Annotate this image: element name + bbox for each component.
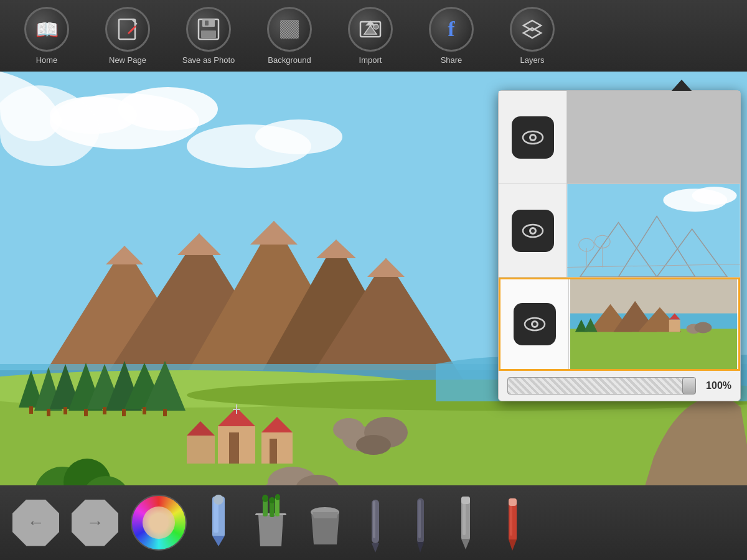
share-label: Share bbox=[441, 55, 463, 65]
svg-marker-123 bbox=[372, 543, 379, 553]
layer-thumb-1 bbox=[567, 91, 740, 184]
toolbar-import[interactable]: Import bbox=[330, 2, 411, 70]
svg-point-67 bbox=[333, 418, 364, 441]
svg-rect-53 bbox=[143, 407, 146, 414]
layers-icon bbox=[510, 7, 555, 52]
new-page-label: New Page bbox=[109, 55, 146, 65]
svg-point-114 bbox=[214, 495, 223, 505]
gray-cup-tool[interactable] bbox=[305, 493, 345, 553]
quill-pen-tool-2[interactable] bbox=[405, 493, 436, 553]
svg-rect-48 bbox=[47, 409, 50, 416]
svg-point-119 bbox=[269, 497, 275, 503]
layer-thumb-3 bbox=[569, 279, 738, 369]
import-label: Import bbox=[359, 55, 382, 65]
svg-rect-50 bbox=[84, 409, 88, 416]
svg-rect-131 bbox=[461, 497, 470, 504]
save-photo-label: Save as Photo bbox=[182, 55, 235, 65]
home-label: Home bbox=[36, 55, 58, 65]
svg-point-110 bbox=[695, 322, 712, 334]
svg-point-80 bbox=[531, 136, 535, 139]
toolbar-save-photo[interactable]: Save as Photo bbox=[168, 2, 249, 70]
opacity-row: 100% bbox=[499, 371, 740, 401]
layer-thumb-2 bbox=[567, 184, 740, 277]
home-icon: 📖 bbox=[24, 7, 69, 52]
layer-eye-2[interactable] bbox=[499, 184, 567, 277]
toolbar-background[interactable]: Background bbox=[249, 2, 330, 70]
opacity-slider[interactable] bbox=[507, 377, 694, 394]
red-pencil-tool[interactable] bbox=[495, 493, 529, 553]
layer-row-3[interactable] bbox=[499, 278, 740, 371]
svg-rect-52 bbox=[122, 409, 126, 416]
blue-pen-tool[interactable] bbox=[199, 493, 237, 553]
svg-point-118 bbox=[262, 495, 268, 502]
svg-point-87 bbox=[692, 187, 737, 205]
svg-marker-17 bbox=[524, 28, 541, 38]
svg-rect-81 bbox=[567, 91, 740, 184]
new-page-icon bbox=[105, 7, 150, 52]
svg-rect-47 bbox=[29, 406, 33, 414]
toolbar-new-page[interactable]: New Page bbox=[87, 2, 168, 70]
opacity-fill bbox=[508, 378, 693, 394]
svg-rect-124 bbox=[373, 501, 375, 538]
background-icon bbox=[267, 7, 312, 52]
forward-arrow-icon: → bbox=[87, 513, 104, 533]
svg-rect-62 bbox=[270, 439, 277, 464]
svg-rect-54 bbox=[163, 409, 167, 416]
toolbar-home[interactable]: 📖 Home bbox=[6, 2, 87, 70]
eye-button-3[interactable] bbox=[514, 303, 556, 345]
svg-point-23 bbox=[255, 119, 342, 154]
svg-marker-130 bbox=[461, 539, 470, 549]
toolbar-layers[interactable]: Layers bbox=[492, 2, 573, 70]
svg-rect-135 bbox=[509, 498, 517, 506]
eye-button-1[interactable] bbox=[512, 116, 554, 159]
svg-rect-57 bbox=[229, 432, 239, 464]
bottom-toolbar: ← → bbox=[0, 485, 747, 560]
svg-rect-9 bbox=[280, 20, 299, 39]
svg-rect-7 bbox=[201, 30, 216, 38]
quill-pen-tool-1[interactable] bbox=[358, 493, 392, 553]
back-button[interactable]: ← bbox=[12, 500, 59, 546]
svg-rect-107 bbox=[669, 320, 680, 332]
opacity-label: 100% bbox=[700, 380, 731, 391]
top-toolbar: 📖 Home New Page Save as Photo bbox=[0, 0, 747, 72]
svg-point-68 bbox=[356, 435, 391, 455]
gray-pencil-tool[interactable] bbox=[448, 493, 482, 553]
svg-rect-51 bbox=[103, 407, 106, 414]
svg-marker-16 bbox=[524, 21, 541, 30]
layers-panel: 100% bbox=[498, 90, 741, 401]
color-wheel[interactable] bbox=[131, 495, 187, 551]
background-label: Background bbox=[268, 55, 311, 65]
eye-button-2[interactable] bbox=[512, 210, 554, 252]
svg-rect-49 bbox=[63, 407, 67, 414]
svg-rect-6 bbox=[205, 21, 209, 26]
svg-marker-134 bbox=[509, 539, 517, 551]
forward-button[interactable]: → bbox=[72, 500, 118, 546]
svg-point-98 bbox=[533, 322, 537, 326]
opacity-handle[interactable] bbox=[682, 377, 696, 394]
layers-label: Layers bbox=[520, 55, 544, 65]
share-icon: f bbox=[429, 7, 474, 52]
toolbar-share[interactable]: f Share bbox=[411, 2, 492, 70]
save-photo-icon bbox=[186, 7, 231, 52]
svg-point-120 bbox=[275, 494, 280, 500]
layer-row-1[interactable] bbox=[499, 91, 740, 184]
svg-rect-63 bbox=[187, 436, 215, 464]
layer-eye-3[interactable] bbox=[500, 279, 569, 369]
import-icon bbox=[348, 7, 393, 52]
svg-line-3 bbox=[128, 29, 133, 34]
back-arrow-icon: ← bbox=[27, 513, 45, 533]
layer-row-2[interactable] bbox=[499, 184, 740, 278]
svg-point-84 bbox=[531, 229, 535, 233]
paint-bucket-tool[interactable] bbox=[249, 493, 293, 553]
layer-eye-1[interactable] bbox=[499, 91, 567, 184]
svg-rect-127 bbox=[418, 500, 421, 538]
svg-marker-113 bbox=[212, 536, 225, 546]
svg-marker-126 bbox=[417, 542, 424, 553]
